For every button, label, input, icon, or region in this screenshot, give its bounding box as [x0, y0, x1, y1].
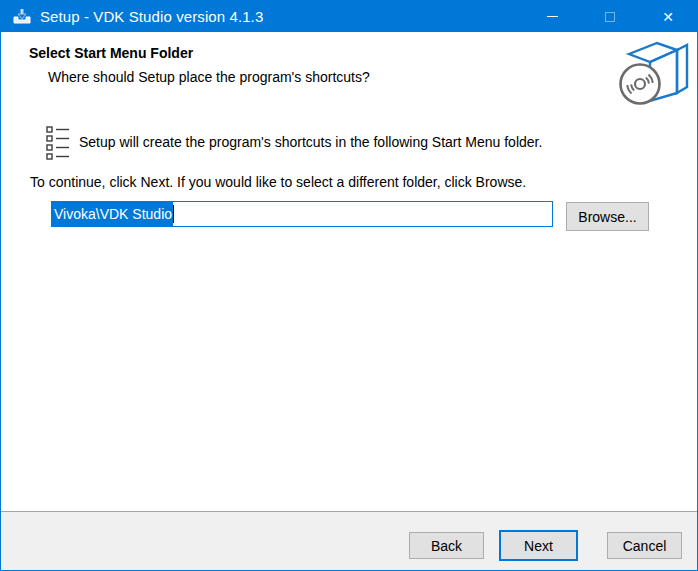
page-title: Select Start Menu Folder [29, 45, 193, 61]
minimize-icon [547, 16, 558, 17]
close-button[interactable]: ✕ [639, 1, 697, 32]
folder-input-selected-value: Vivoka\VDK Studio [52, 202, 173, 226]
maximize-icon [605, 12, 615, 22]
wizard-header: Select Start Menu Folder Where should Se… [1, 32, 697, 110]
info-text: Setup will create the program's shortcut… [79, 134, 679, 150]
start-menu-list-icon [46, 125, 70, 161]
back-button[interactable]: Back [409, 532, 484, 559]
installer-icon [12, 8, 32, 25]
instruction-text: To continue, click Next. If you would li… [30, 174, 526, 190]
titlebar[interactable]: Setup - VDK Studio version 4.1.3 ✕ [1, 1, 697, 32]
maximize-button [581, 1, 639, 32]
page-subtitle: Where should Setup place the program's s… [48, 69, 370, 85]
window-title: Setup - VDK Studio version 4.1.3 [40, 8, 263, 25]
minimize-button[interactable] [523, 1, 581, 32]
footer-bar [1, 512, 697, 570]
cancel-button[interactable]: Cancel [607, 532, 682, 559]
browse-button[interactable]: Browse... [566, 202, 649, 231]
setup-wizard-window: Setup - VDK Studio version 4.1.3 ✕ Selec… [0, 0, 698, 571]
close-icon: ✕ [662, 10, 674, 24]
next-button[interactable]: Next [499, 530, 578, 561]
caption-buttons: ✕ [523, 1, 697, 32]
software-box-disc-icon [617, 37, 693, 109]
folder-input[interactable]: Vivoka\VDK Studio [51, 201, 553, 227]
text-caret [173, 205, 174, 223]
